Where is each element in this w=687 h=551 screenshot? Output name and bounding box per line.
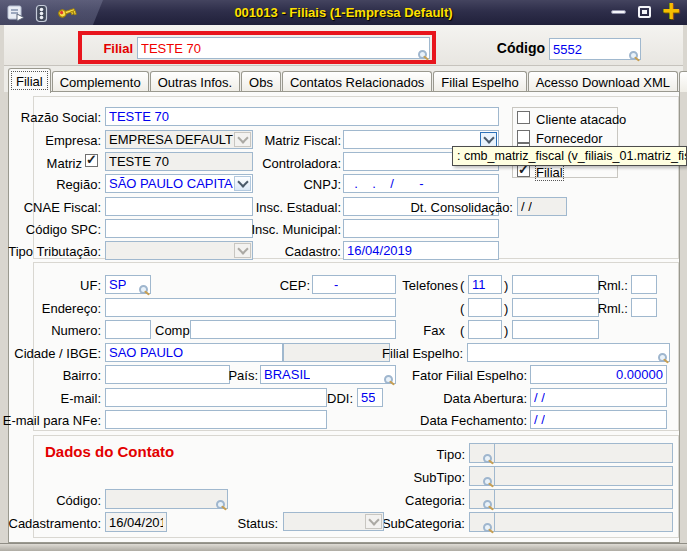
telefone1-input[interactable] — [512, 275, 599, 294]
data-abertura-label: Data Abertura: — [443, 391, 527, 406]
cadastramento-label: Cadastramento: — [9, 516, 102, 531]
matriz-input: TESTE 70 — [105, 152, 253, 171]
numero-input[interactable] — [105, 320, 151, 339]
cnae-fiscal-input[interactable] — [105, 197, 253, 216]
tab-filial[interactable]: Filial — [8, 68, 51, 93]
lookup-magnifier-icon[interactable] — [139, 285, 148, 294]
chevron-down-icon — [234, 243, 251, 258]
status-combo — [283, 512, 384, 531]
numero-label: Numero: — [51, 323, 101, 338]
cidade-input[interactable]: SAO PAULO — [105, 343, 283, 362]
endereco-input[interactable] — [105, 298, 396, 317]
tab-outras-infos[interactable]: Outras Infos. — [150, 71, 240, 92]
filial-label: Filial — [103, 41, 133, 56]
subtipo-lookup — [469, 466, 495, 486]
rml2-input[interactable] — [631, 298, 657, 317]
rml1-input[interactable] — [631, 275, 657, 294]
fornecedor-checkbox[interactable] — [517, 130, 530, 143]
lookup-magnifier-icon[interactable] — [418, 50, 427, 59]
pais-input[interactable]: BRASIL — [260, 365, 396, 384]
lookup-magnifier-icon[interactable] — [483, 454, 492, 463]
paren-open: ( — [460, 278, 464, 293]
minimize-button[interactable] — [611, 10, 626, 14]
tab-log[interactable]: Log — [679, 71, 687, 92]
tab-acesso-download-xml[interactable]: Acesso Download XML — [528, 71, 678, 92]
cidade-ibge-label: Cidade / IBGE: — [14, 346, 101, 361]
add-button[interactable]: + — [656, 0, 686, 26]
ddi-input[interactable]: 55 — [357, 388, 383, 407]
lookup-magnifier-icon[interactable] — [629, 51, 638, 60]
razao-social-input[interactable]: TESTE 70 — [105, 107, 499, 126]
paren-close: ) — [504, 323, 508, 338]
chevron-down-icon[interactable] — [480, 132, 497, 147]
lookup-magnifier-icon[interactable] — [658, 353, 667, 362]
filial-flag-label: Filial — [536, 165, 563, 180]
matriz-checkbox[interactable] — [85, 154, 98, 167]
lookup-magnifier-icon[interactable] — [483, 500, 492, 509]
lookup-magnifier-icon[interactable] — [483, 523, 492, 532]
tab-obs[interactable]: Obs — [241, 71, 281, 92]
fornecedor-label: Fornecedor — [536, 131, 602, 146]
insc-municipal-input[interactable] — [343, 219, 499, 238]
cep-input[interactable]: - — [312, 275, 396, 294]
fax-ddd-input[interactable] — [468, 320, 502, 339]
chevron-down-icon — [365, 514, 382, 529]
compl-input[interactable] — [190, 320, 396, 339]
telefone1-ddd-input[interactable]: 11 — [468, 275, 502, 294]
paren-open: ( — [460, 323, 464, 338]
uf-input[interactable]: SP — [105, 275, 151, 294]
lookup-magnifier-icon[interactable] — [483, 477, 492, 486]
rml2-label: Rml.: — [598, 301, 628, 316]
lookup-magnifier-icon[interactable] — [384, 375, 393, 384]
fator-filial-espelho-input[interactable]: 0.00000 — [530, 365, 667, 384]
subcategoria-lookup — [469, 512, 495, 532]
email-nfe-input[interactable] — [105, 410, 327, 429]
subcategoria-input — [494, 512, 673, 532]
telefone2-input[interactable] — [512, 298, 599, 317]
bairro-label: Bairro: — [63, 368, 101, 383]
tab-filial-espelho[interactable]: Filial Espelho — [433, 71, 526, 92]
razao-social-label: Razão Social: — [21, 110, 101, 125]
fator-filial-espelho-label: Fator Filial Espelho: — [412, 368, 527, 383]
paren-close: ) — [504, 301, 508, 316]
dt-consolidacao-label: Dt. Consolidação: — [410, 200, 513, 215]
data-abertura-input[interactable]: / / — [530, 388, 667, 407]
tipo-input — [494, 443, 673, 463]
tab-contatos-relacionados[interactable]: Contatos Relacionados — [282, 71, 432, 92]
codigo-spc-input[interactable] — [105, 219, 253, 238]
email-input[interactable] — [105, 388, 327, 407]
cadastramento-input: 16/04/2019 — [105, 512, 167, 532]
chevron-down-icon[interactable] — [234, 176, 251, 191]
cnpj-input[interactable]: . . / - — [343, 174, 499, 193]
paren-close: ) — [504, 278, 508, 293]
cliente-atacado-checkbox[interactable] — [517, 111, 530, 124]
cliente-atacado-label: Cliente atacado — [536, 112, 626, 127]
subtipo-input — [494, 466, 673, 486]
filial-espelho-input[interactable] — [467, 343, 670, 362]
regiao-combo[interactable]: SÃO PAULO CAPITAL — [105, 174, 253, 193]
codigo-input[interactable]: 5552 — [549, 38, 641, 60]
fax-input[interactable] — [512, 320, 599, 339]
cadastro-label: Cadastro: — [285, 244, 341, 259]
field-tooltip: : cmb_matriz_fiscal (v_filiais_01.matriz… — [452, 146, 687, 166]
window-bottom-border — [0, 543, 687, 551]
telefone2-ddd-input[interactable] — [468, 298, 502, 317]
cadastro-input[interactable]: 16/04/2019 — [343, 241, 499, 260]
codigo-label: Código — [497, 40, 545, 56]
filial-input[interactable]: TESTE 70 — [137, 37, 430, 59]
categoria-lookup — [469, 489, 495, 509]
contato-codigo-label: Código: — [56, 493, 101, 508]
tab-complemento[interactable]: Complemento — [52, 71, 149, 92]
tipo-tributacao-label: Tipo Tributação: — [8, 244, 101, 259]
regiao-label: Região: — [56, 177, 101, 192]
cnae-fiscal-label: CNAE Fiscal: — [24, 200, 101, 215]
dados-contato-heading: Dados do Contato — [45, 443, 174, 460]
empresa-combo: EMPRESA DEFAULT — [105, 130, 253, 149]
tipo-lookup — [469, 443, 495, 463]
maximize-button[interactable] — [638, 6, 651, 18]
ddi-label: DDI: — [327, 391, 353, 406]
ibge-input — [283, 343, 390, 362]
lookup-magnifier-icon[interactable] — [216, 500, 225, 509]
bairro-input[interactable] — [105, 365, 230, 384]
data-fechamento-input[interactable]: / / — [530, 410, 667, 429]
